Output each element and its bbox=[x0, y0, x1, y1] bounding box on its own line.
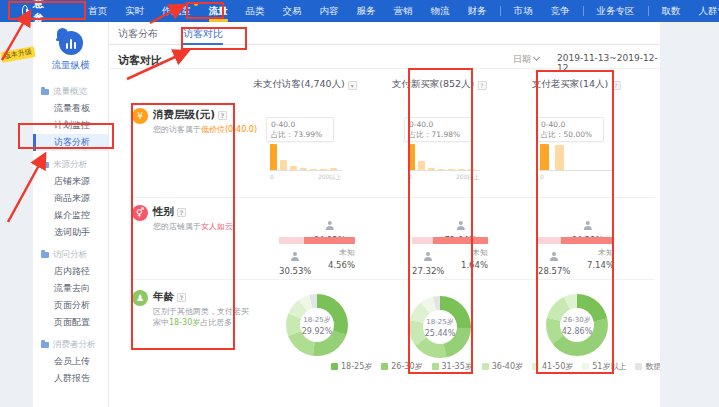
topnav-item-label: 首页 bbox=[88, 5, 107, 16]
sidebar-item-2[interactable]: 计划监控 bbox=[33, 117, 108, 134]
male-segment bbox=[412, 237, 433, 244]
topnav-item-9[interactable]: 物流 bbox=[422, 0, 459, 22]
topnav-item-3[interactable]: 流量 bbox=[200, 0, 237, 22]
sidebar-section-9: 访问分析 bbox=[33, 247, 108, 263]
column-header-label: 支付新买家(852人) bbox=[392, 78, 475, 89]
bar bbox=[310, 169, 317, 171]
sidebar-item-11[interactable]: 流量去向 bbox=[33, 280, 108, 297]
folder-icon bbox=[41, 252, 49, 258]
column-header-icon[interactable]: ? bbox=[477, 81, 486, 90]
help-icon[interactable]: ? bbox=[218, 111, 227, 120]
column-header-0[interactable]: 未支付访客(4,740人)▾ bbox=[253, 78, 357, 91]
topnav-item-label: 作战室 bbox=[162, 5, 191, 16]
column-header-icon[interactable]: ▾ bbox=[348, 81, 357, 90]
legend-item-5[interactable]: 51岁以上 bbox=[582, 361, 626, 372]
bars bbox=[270, 145, 342, 171]
help-icon[interactable]: ? bbox=[177, 208, 186, 217]
bars bbox=[540, 145, 612, 171]
axis-label: 0 bbox=[270, 173, 274, 180]
topnav-item-13[interactable]: 竞争 bbox=[542, 0, 579, 22]
legend-label: 51岁以上 bbox=[592, 361, 626, 372]
column-header-2[interactable]: 支付老买家(14人)? bbox=[532, 78, 621, 91]
topnav-item-2[interactable]: 作战室 bbox=[153, 0, 200, 22]
age-legend: 18-25岁26-30岁31-35岁36-40岁41-50岁51岁以上数据缺失 bbox=[331, 361, 677, 372]
tab-0[interactable]: 访客分布 bbox=[118, 22, 158, 45]
topnav-item-1[interactable]: 实时 bbox=[116, 0, 153, 22]
unknown-percent: 7.14% bbox=[587, 260, 614, 270]
unknown-label: 未知 bbox=[461, 247, 488, 258]
person-icon bbox=[456, 221, 465, 230]
tooltip-ratio: 占比：71.98% bbox=[409, 130, 467, 140]
bar bbox=[418, 161, 425, 170]
chart-tooltip: 0-40.0占比：73.99% bbox=[266, 117, 334, 142]
legend-item-3[interactable]: 36-40岁 bbox=[482, 361, 523, 372]
male-stat: 30.53% bbox=[279, 246, 311, 276]
topnav-divider bbox=[583, 6, 584, 16]
topnav-item-label: 流量 bbox=[209, 5, 228, 16]
topnav-item-label: 业务专区 bbox=[597, 5, 635, 16]
sidebar-item-5[interactable]: 店铺来源 bbox=[33, 173, 108, 190]
tabbar: 访客分布访客对比 bbox=[109, 22, 660, 45]
male-stat: 27.32% bbox=[412, 246, 444, 276]
tooltip-ratio: 占比：73.99% bbox=[271, 130, 329, 140]
tooltip-ratio: 占比：50.00% bbox=[541, 130, 599, 140]
age-donut-2: 26-30岁42.86% bbox=[546, 294, 608, 356]
legend-item-0[interactable]: 18-25岁 bbox=[331, 361, 372, 372]
sidebar-item-16[interactable]: 人群报告 bbox=[33, 370, 108, 387]
sidebar-item-12[interactable]: 页面分析 bbox=[33, 297, 108, 314]
column-header-1[interactable]: 支付新买家(852人)? bbox=[392, 78, 487, 91]
tooltip-range: 0-40.0 bbox=[271, 120, 329, 130]
topnav-item-12[interactable]: 市场 bbox=[505, 0, 542, 22]
female-segment bbox=[304, 237, 355, 244]
unknown-stat: 未知7.14% bbox=[587, 247, 614, 270]
bar bbox=[428, 168, 435, 170]
topnav-item-10[interactable]: 财务 bbox=[459, 0, 496, 22]
legend-item-2[interactable]: 31-35岁 bbox=[432, 361, 473, 372]
donut-center-label: 26-30岁 bbox=[563, 315, 590, 325]
bars bbox=[408, 145, 480, 171]
topnav-item-6[interactable]: 内容 bbox=[311, 0, 348, 22]
legend-item-1[interactable]: 26-30岁 bbox=[381, 361, 422, 372]
tab-1[interactable]: 访客对比 bbox=[183, 22, 223, 45]
left-strip bbox=[0, 22, 33, 407]
male-stat: 28.57% bbox=[538, 246, 570, 276]
topnav-item-0[interactable]: 首页 bbox=[79, 0, 116, 22]
sidebar-item-3[interactable]: 访客分析 bbox=[33, 134, 108, 151]
column-header-icon[interactable]: ? bbox=[611, 81, 620, 90]
sidebar-section-label: 访问分析 bbox=[53, 249, 87, 261]
sidebar-item-13[interactable]: 页面配置 bbox=[33, 314, 108, 331]
sidebar-item-7[interactable]: 媒介监控 bbox=[33, 207, 108, 224]
topnav-item-7[interactable]: 服务 bbox=[348, 0, 385, 22]
gender-bar bbox=[412, 237, 488, 244]
topnav-item-5[interactable]: 交易 bbox=[274, 0, 311, 22]
gender-bar bbox=[538, 237, 614, 244]
topnav-divider bbox=[648, 6, 649, 16]
male-percent: 28.57% bbox=[538, 266, 570, 276]
sidebar-item-8[interactable]: 选词助手 bbox=[33, 224, 108, 241]
sidebar-item-6[interactable]: 商品来源 bbox=[33, 190, 108, 207]
topnav-item-15[interactable]: 业务专区 bbox=[588, 0, 644, 22]
sidebar-section-label: 消费者分析 bbox=[53, 339, 96, 351]
app-logo[interactable]: 生意参谋 bbox=[22, 0, 51, 41]
date-filter[interactable]: 日期 bbox=[513, 53, 539, 66]
consume-bar-chart-0: 0-40.0占比：73.99%0200以上 bbox=[266, 117, 346, 187]
person-icon bbox=[583, 221, 592, 230]
topnav-item-label: 人群管理 bbox=[699, 5, 719, 16]
topnav-item-4[interactable]: 品类 bbox=[237, 0, 274, 22]
topnav-item-8[interactable]: 营销 bbox=[385, 0, 422, 22]
divider bbox=[131, 197, 655, 198]
donut-center-value: 42.86% bbox=[562, 327, 593, 336]
folder-icon bbox=[41, 162, 49, 168]
help-icon[interactable]: ? bbox=[177, 293, 186, 302]
legend-item-4[interactable]: 41-50岁 bbox=[532, 361, 573, 372]
bar bbox=[320, 169, 327, 171]
sidebar-item-10[interactable]: 店内路径 bbox=[33, 263, 108, 280]
sidebar-item-1[interactable]: 流量看板 bbox=[33, 100, 108, 117]
sidebar-item-15[interactable]: 会员上传 bbox=[33, 353, 108, 370]
sidebar-section-0: 流量概览 bbox=[33, 84, 108, 100]
bell-icon[interactable] bbox=[56, 27, 69, 43]
donut-center-label: 18-25岁 bbox=[303, 315, 330, 325]
consume-level-title: 消费层级(元)? bbox=[153, 108, 227, 122]
topnav-item-18[interactable]: 人群管理 bbox=[690, 0, 719, 22]
topnav-item-17[interactable]: 取数 bbox=[653, 0, 690, 22]
